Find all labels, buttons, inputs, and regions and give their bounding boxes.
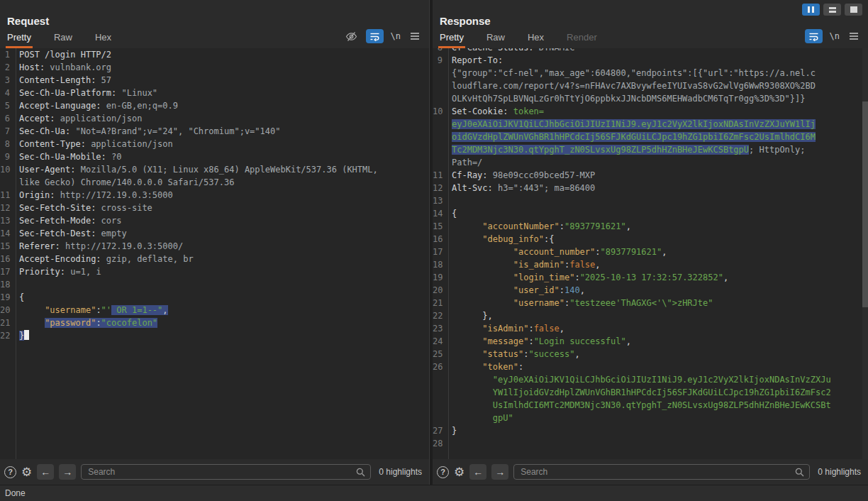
code-text: { [445, 207, 457, 220]
token: gzip, deflate, br [101, 254, 194, 264]
code-text: "eyJ0eXAiOiJKV1QiLCJhbGciOiJIUzI1NiJ9.ey… [445, 373, 831, 386]
tab-hex[interactable]: Hex [94, 30, 113, 48]
token: Accept-Language: [19, 101, 101, 111]
code-line: like Gecko) Chrome/140.0.0.0 Safari/537.… [0, 176, 429, 189]
next-match-button[interactable]: → [491, 464, 508, 480]
columns-layout-button[interactable] [802, 4, 820, 16]
token: Priority: [19, 267, 65, 277]
code-line: Path=/ [433, 156, 868, 169]
single-layout-button[interactable] [845, 4, 862, 16]
line-number [433, 92, 445, 105]
code-line: YW1lIjoidGVzdHplZWUnVGhBR1hHPCdcIj56SFJK… [433, 386, 868, 399]
tab-render: Render [565, 30, 599, 48]
code-line: 18 "is_admin":false, [433, 258, 868, 271]
tab-pretty[interactable]: Pretty [6, 30, 33, 48]
token: "message" [482, 336, 528, 346]
token: , [560, 324, 564, 334]
code-text [445, 194, 452, 207]
token: 57 [96, 75, 111, 85]
tab-raw[interactable]: Raw [485, 30, 506, 48]
token: empty [96, 229, 126, 238]
code-text: } [13, 329, 29, 342]
help-icon[interactable]: ? [437, 466, 449, 478]
code-line: 16 "debug_info":{ [433, 233, 868, 246]
request-toolbar: \n [345, 29, 422, 43]
token: : [528, 324, 533, 334]
line-number: 7 [0, 125, 13, 138]
message-editor-panels: Request PrettyRawHex \n 1POST /login HTT… [0, 0, 868, 485]
code-line: 9Report-To: [433, 54, 868, 67]
token: "accountNumber" [482, 221, 559, 231]
tab-hex[interactable]: Hex [526, 30, 545, 48]
code-text: Alt-Svc: h3=":443"; ma=86400 [445, 182, 595, 194]
token: cors [96, 216, 121, 226]
token: false [569, 260, 595, 270]
code-line: 4Sec-Ch-Ua-Platform: "Linux" [0, 87, 429, 99]
code-line: 25 "status":"success", [433, 348, 868, 360]
code-line: 20 "user_id":140, [433, 284, 868, 297]
next-match-button[interactable]: → [59, 464, 76, 480]
tab-raw[interactable]: Raw [52, 30, 74, 48]
previous-match-button[interactable]: ← [469, 464, 486, 480]
gear-icon[interactable]: ⚙ [21, 466, 32, 478]
token: "is_admin" [513, 260, 564, 270]
token: "8937791621" [564, 221, 626, 231]
newline-icon[interactable]: \n [391, 31, 401, 41]
line-number: 14 [0, 227, 13, 240]
token: ; HttpOnly; [749, 145, 805, 155]
previous-match-button[interactable]: ← [37, 464, 54, 480]
code-line: gpU" [433, 412, 868, 424]
code-line: {"group":"cf-nel","max_age":604800,"endp… [433, 67, 868, 79]
line-number: 22 [0, 329, 13, 342]
menu-icon[interactable] [847, 30, 861, 43]
gear-icon[interactable]: ⚙ [454, 466, 464, 478]
wrap-lines-icon[interactable] [366, 29, 384, 43]
request-search-input[interactable] [87, 466, 356, 478]
code-text: Set-Cookie: token= [445, 105, 544, 118]
response-editor[interactable]: 8Cf-Cache-Status: DYNAMIC9Report-To:{"gr… [433, 48, 868, 459]
code-text: Sec-Fetch-Dest: empty [13, 227, 127, 240]
token: Sec-Ch-Ua-Platform: [19, 88, 116, 98]
line-number: 4 [0, 87, 13, 99]
code-text: Host: vulnbank.org [13, 61, 111, 74]
code-text: Priority: u=1, i [13, 265, 101, 278]
token: : [518, 362, 523, 372]
wrap-lines-icon[interactable] [805, 29, 823, 43]
newline-icon[interactable]: \n [830, 31, 840, 41]
scrollbar-thumb[interactable] [862, 101, 868, 307]
code-line: 27} [433, 424, 868, 437]
token [452, 375, 493, 385]
token: Alt-Svc: [452, 183, 493, 193]
line-number: 27 [433, 424, 445, 437]
code-text [445, 437, 452, 450]
visibility-off-icon[interactable] [345, 30, 359, 43]
line-number: 13 [0, 214, 13, 227]
help-icon[interactable]: ? [4, 466, 16, 478]
token: loudflare.com/report/v4?s=nFHAvc7AXBvywf… [452, 81, 816, 91]
menu-icon[interactable] [408, 30, 422, 43]
token: "isAdmin" [482, 324, 528, 334]
code-line: 21 "username":"testzeee'ThAGXG<'\">zHRJt… [433, 297, 868, 309]
code-line: 9Sec-Ch-Ua-Mobile: ?0 [0, 150, 429, 163]
token: Accept: [19, 114, 55, 123]
code-line: 26 "token": [433, 360, 868, 373]
code-text: Path=/ [445, 156, 482, 169]
token: like Gecko) Chrome/140.0.0.0 Safari/537.… [19, 177, 234, 187]
code-line: "eyJ0eXAiOiJKV1QiLCJhbGciOiJIUzI1NiJ9.ey… [433, 373, 868, 386]
token: Cf-Ray: [452, 170, 488, 180]
token [452, 387, 493, 397]
response-tabs: PrettyRawHexRender [438, 30, 618, 48]
token: :{ [544, 234, 554, 244]
rows-layout-button[interactable] [823, 4, 841, 16]
token [452, 221, 482, 231]
token: gpU" [493, 413, 513, 423]
response-scrollbar[interactable] [862, 48, 868, 459]
line-number: 8 [433, 48, 445, 54]
tab-pretty[interactable]: Pretty [438, 30, 465, 48]
request-editor[interactable]: 1POST /login HTTP/22Host: vulnbank.org3C… [0, 48, 429, 459]
code-text: "user_id":140, [445, 284, 585, 297]
token: Referer: [19, 241, 60, 251]
token: ?0 [106, 152, 122, 162]
response-search-input[interactable] [519, 466, 795, 478]
code-text: Origin: http://172.19.0.3:5000 [13, 189, 173, 202]
